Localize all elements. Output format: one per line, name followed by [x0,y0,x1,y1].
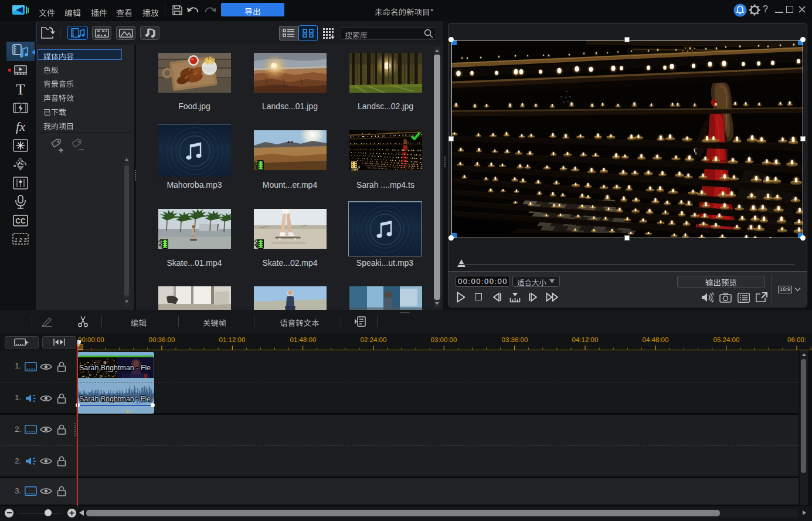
svg-text:1 2 3: 1 2 3 [14,236,27,243]
svg-text:T: T [16,82,25,97]
svg-text:CC: CC [15,217,26,225]
svg-text:fx: fx [16,119,25,134]
